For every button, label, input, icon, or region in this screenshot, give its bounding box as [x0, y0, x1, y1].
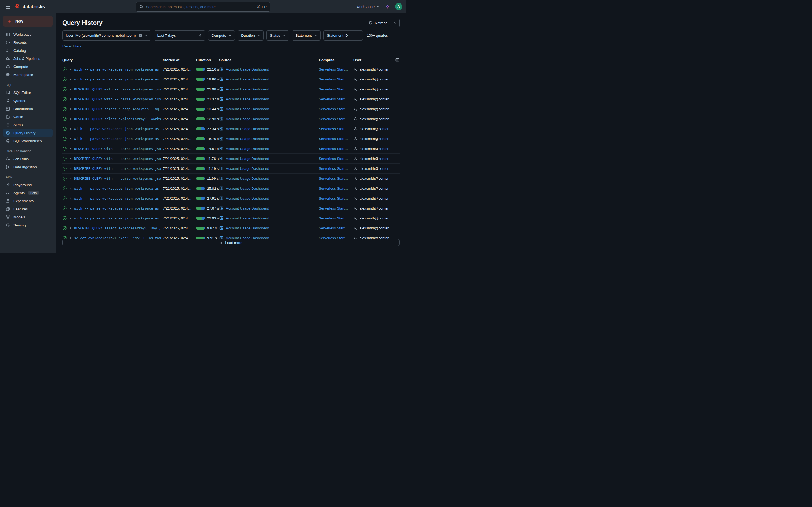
sidebar-item-playground[interactable]: Playground [3, 181, 53, 189]
query-text-link[interactable]: DESCRIBE QUERY select explode(array( 'Wo… [74, 117, 161, 121]
query-history-row[interactable]: with -- parse workspaces json workspace … [62, 193, 400, 203]
refresh-button[interactable]: Refresh [365, 19, 391, 27]
query-text-link[interactable]: DESCRIBE QUERY with -- parse workspaces … [74, 167, 161, 171]
compute-link[interactable]: Serverless Start… [319, 117, 348, 121]
query-text-link[interactable]: with -- parse workspaces json workspace … [74, 216, 161, 220]
sidebar-item-job-runs[interactable]: Job Runs [3, 155, 53, 163]
source-link[interactable]: Account Usage Dashboard [226, 117, 269, 121]
query-history-row[interactable]: with -- parse workspaces json workspace … [62, 183, 400, 193]
query-history-row[interactable]: DESCRIBE QUERY with -- parse workspaces … [62, 84, 400, 94]
chevron-right-icon[interactable] [69, 227, 72, 230]
chevron-right-icon[interactable] [69, 157, 72, 160]
compute-link[interactable]: Serverless Start… [319, 167, 348, 171]
sidebar-item-serving[interactable]: Serving [3, 221, 53, 229]
source-link[interactable]: Account Usage Dashboard [226, 77, 269, 81]
query-text-link[interactable]: with -- parse workspaces json workspace … [74, 186, 161, 190]
source-link[interactable]: Account Usage Dashboard [226, 236, 269, 239]
source-link[interactable]: Account Usage Dashboard [226, 127, 269, 131]
column-header-started-at[interactable]: Started at [161, 56, 194, 64]
hamburger-menu-icon[interactable] [4, 3, 12, 11]
source-link[interactable]: Account Usage Dashboard [226, 196, 269, 201]
sidebar-item-compute[interactable]: Compute [3, 62, 53, 70]
chevron-right-icon[interactable] [69, 78, 72, 81]
chevron-right-icon[interactable] [69, 137, 72, 140]
query-text-link[interactable]: DESCRIBE QUERY with -- parse workspaces … [74, 87, 161, 91]
column-header-duration[interactable]: Duration [194, 56, 217, 64]
query-text-link[interactable]: with -- parse workspaces json workspace … [74, 67, 161, 71]
source-link[interactable]: Account Usage Dashboard [226, 176, 269, 180]
chevron-right-icon[interactable] [69, 127, 72, 130]
refresh-dropdown-button[interactable] [391, 19, 399, 27]
source-link[interactable]: Account Usage Dashboard [226, 147, 269, 151]
compute-link[interactable]: Serverless Start… [319, 186, 348, 190]
compute-link[interactable]: Serverless Start… [319, 77, 348, 81]
source-link[interactable]: Account Usage Dashboard [226, 167, 269, 171]
load-more-button[interactable]: Load more [62, 239, 400, 246]
filter-status[interactable]: Status [266, 30, 289, 41]
sidebar-item-queries[interactable]: Queries [3, 97, 53, 105]
sidebar-item-agents[interactable]: AgentsBeta [3, 189, 53, 197]
chevron-right-icon[interactable] [69, 68, 72, 71]
column-header-source[interactable]: Source [217, 56, 317, 64]
compute-link[interactable]: Serverless Start… [319, 107, 348, 111]
query-history-row[interactable]: with -- parse workspaces json workspace … [62, 124, 400, 134]
chevron-right-icon[interactable] [69, 217, 72, 220]
chevron-right-icon[interactable] [69, 108, 72, 111]
query-history-row[interactable]: select explode(array( 'Yes', 'No' )) as … [62, 233, 400, 239]
sidebar-item-jobs-pipelines[interactable]: Jobs & Pipelines [3, 54, 53, 62]
source-link[interactable]: Account Usage Dashboard [226, 186, 269, 190]
chevron-right-icon[interactable] [69, 177, 72, 180]
chevron-right-icon[interactable] [69, 167, 72, 170]
query-history-row[interactable]: DESCRIBE QUERY with -- parse workspaces … [62, 174, 400, 183]
sidebar-item-genie[interactable]: Genie [3, 113, 53, 121]
compute-link[interactable]: Serverless Start… [319, 137, 348, 141]
source-link[interactable]: Account Usage Dashboard [226, 226, 269, 230]
chevron-right-icon[interactable] [69, 147, 72, 150]
query-text-link[interactable]: DESCRIBE QUERY with -- parse workspaces … [74, 176, 161, 180]
query-text-link[interactable]: with -- parse workspaces json workspace … [74, 127, 161, 131]
chevron-right-icon[interactable] [69, 117, 72, 120]
assistant-sparkle-icon[interactable] [385, 4, 390, 9]
more-options-kebab-icon[interactable] [353, 19, 360, 26]
clear-filter-icon[interactable] [138, 34, 142, 38]
query-history-row[interactable]: DESCRIBE QUERY with -- parse workspaces … [62, 144, 400, 154]
sidebar-item-models[interactable]: Models [3, 213, 53, 221]
compute-link[interactable]: Serverless Start… [319, 147, 348, 151]
query-history-row[interactable]: DESCRIBE QUERY with -- parse workspaces … [62, 94, 400, 104]
statement-id-input[interactable] [327, 34, 360, 38]
reset-filters-link[interactable]: Reset filters [62, 44, 81, 48]
chevron-right-icon[interactable] [69, 237, 72, 239]
compute-link[interactable]: Serverless Start… [319, 176, 348, 180]
chevron-right-icon[interactable] [69, 207, 72, 210]
filter-time-range[interactable]: Last 7 days [154, 30, 205, 41]
source-link[interactable]: Account Usage Dashboard [226, 206, 269, 210]
sidebar-item-workspace[interactable]: Workspace [3, 30, 53, 38]
source-link[interactable]: Account Usage Dashboard [226, 157, 269, 161]
sidebar-item-sql-warehouses[interactable]: SQL Warehouses [3, 137, 53, 145]
query-history-row[interactable]: DESCRIBE QUERY with -- parse workspaces … [62, 154, 400, 164]
filter-user[interactable]: User: Me (alexsmith@content-mobbin.com) [62, 30, 151, 41]
query-history-row[interactable]: DESCRIBE QUERY select explode(array( 'Da… [62, 223, 400, 233]
column-header-compute[interactable]: Compute [317, 56, 351, 64]
compute-link[interactable]: Serverless Start… [319, 196, 348, 201]
sidebar-item-features[interactable]: Features [3, 205, 53, 213]
sidebar-item-alerts[interactable]: Alerts [3, 121, 53, 129]
column-header-user[interactable]: User [351, 56, 390, 64]
query-history-row[interactable]: with -- parse workspaces json workspace … [62, 134, 400, 144]
source-link[interactable]: Account Usage Dashboard [226, 137, 269, 141]
compute-link[interactable]: Serverless Start… [319, 87, 348, 91]
source-link[interactable]: Account Usage Dashboard [226, 67, 269, 71]
search-input[interactable] [146, 5, 255, 9]
sidebar-item-marketplace[interactable]: Marketplace [3, 70, 53, 78]
filter-statement[interactable]: Statement [292, 30, 321, 41]
chevron-right-icon[interactable] [69, 88, 72, 91]
source-link[interactable]: Account Usage Dashboard [226, 216, 269, 220]
query-text-link[interactable]: DESCRIBE QUERY select explode(array( 'Da… [74, 226, 161, 230]
query-history-row[interactable]: DESCRIBE QUERY select 'Usage Analysis: T… [62, 104, 400, 114]
chevron-right-icon[interactable] [69, 187, 72, 190]
compute-link[interactable]: Serverless Start… [319, 127, 348, 131]
compute-link[interactable]: Serverless Start… [319, 236, 348, 239]
user-avatar[interactable]: A [395, 3, 402, 10]
query-text-link[interactable]: DESCRIBE QUERY with -- parse workspaces … [74, 147, 161, 151]
query-text-link[interactable]: DESCRIBE QUERY with -- parse workspaces … [74, 97, 161, 101]
